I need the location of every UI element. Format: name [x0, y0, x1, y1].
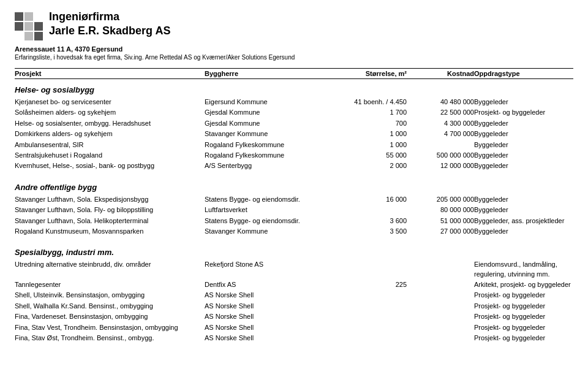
cell-oppdragstype: Eiendomsvurd., landmåling, regulering, u…	[474, 260, 573, 279]
cell-storrelse: 41 boenh. / 4.450	[339, 97, 407, 107]
table-row: Fina, Stav Øst, Trondheim. Bensinst., om…	[15, 333, 573, 343]
cell-byggherre: Statens Bygge- og eiendomsdir.	[205, 216, 339, 226]
cell-kostnad: 80 000 000	[407, 205, 474, 215]
sections-container: Helse- og sosialbyggKjerjaneset bo- og s…	[15, 85, 573, 348]
cell-prosjekt: Ambulansesentral, SIR	[15, 140, 205, 150]
cell-kostnad	[407, 334, 474, 343]
table-row: Kvernhuset, Helse-, sosial-, bank- og po…	[15, 161, 573, 171]
cell-oppdragstype: Byggeleder	[474, 119, 573, 128]
cell-kostnad: 205 000 000	[407, 195, 474, 204]
cell-prosjekt: Stavanger Lufthavn, Sola. Helikopterterm…	[15, 216, 205, 226]
table-row: Domkirkens alders- og sykehjemStavanger …	[15, 129, 573, 139]
header-oppdragstype: Oppdragstype	[474, 70, 573, 77]
cell-storrelse	[339, 205, 407, 215]
cell-byggherre: Rekefjord Stone AS	[205, 260, 339, 279]
cell-kostnad: 51 000 000	[407, 216, 474, 226]
cell-kostnad: 500 000 000	[407, 151, 474, 160]
table-row: Helse- og sosialsenter, ombygg. Heradshu…	[15, 118, 573, 129]
cell-oppdragstype: Byggeleder	[474, 227, 573, 236]
cell-byggherre: Stavanger Kommune	[205, 227, 339, 236]
cell-storrelse: 2 000	[339, 161, 407, 170]
cell-prosjekt: Solåsheimen alders- og sykehjem	[15, 108, 205, 117]
table-header-row: Prosjekt Byggherre Størrelse, m² Kostnad…	[15, 68, 573, 79]
cell-storrelse	[339, 260, 407, 279]
cell-oppdragstype: Prosjekt- og byggeleder	[474, 302, 573, 311]
cell-byggherre: Gjesdal Kommune	[205, 108, 339, 117]
cell-prosjekt: Domkirkens alders- og sykehjem	[15, 129, 205, 139]
cell-prosjekt: Stavanger Lufthavn, Sola. Fly- og bilopp…	[15, 205, 205, 215]
cell-byggherre: AS Norske Shell	[205, 302, 339, 311]
cell-storrelse	[339, 291, 407, 300]
section-title-1: Andre offentlige bygg	[15, 183, 573, 192]
address: Arenessauet 11 A, 4370 Egersund	[15, 45, 573, 53]
cell-storrelse	[339, 334, 407, 343]
cell-prosjekt: Kvernhuset, Helse-, sosial-, bank- og po…	[15, 161, 205, 170]
cell-oppdragstype: Prosjekt- og byggeleder	[474, 312, 573, 321]
logo-block	[24, 22, 33, 31]
header: Ingeniørfirma Jarle E.R. Skadberg AS	[15, 10, 573, 40]
company-name: Ingeniørfirma Jarle E.R. Skadberg AS	[49, 10, 170, 39]
cell-kostnad: 12 000 000	[407, 161, 474, 170]
cell-storrelse: 55 000	[339, 151, 407, 160]
cell-prosjekt: Sentralsjukehuset i Rogaland	[15, 151, 205, 160]
logo-block	[34, 12, 43, 21]
cell-oppdragstype: Prosjekt- og byggeleder	[474, 334, 573, 343]
table-row: Stavanger Lufthavn, Sola. Ekspedisjonsby…	[15, 194, 573, 205]
company-info: Ingeniørfirma Jarle E.R. Skadberg AS	[49, 10, 170, 39]
subtitle: Erfaringsliste, i hovedsak fra eget firm…	[15, 54, 573, 61]
cell-kostnad: 27 000 000	[407, 227, 474, 236]
table-row: Shell, Walhalla Kr.Sand. Bensinst., omby…	[15, 301, 573, 311]
cell-oppdragstype: Byggeleder	[474, 195, 573, 204]
cell-byggherre: AS Norske Shell	[205, 323, 339, 332]
cell-prosjekt: Stavanger Lufthavn, Sola. Ekspedisjonsby…	[15, 195, 205, 204]
cell-kostnad: 22 500 000	[407, 108, 474, 117]
table-row: Sentralsjukehuset i RogalandRogaland Fyl…	[15, 150, 573, 161]
cell-byggherre: Dentfix AS	[205, 280, 339, 289]
cell-prosjekt: Fina, Stav Vest, Trondheim. Bensinstasjo…	[15, 323, 205, 332]
cell-kostnad	[407, 323, 474, 332]
table-row: Utredning alternative steinbrudd, div. o…	[15, 259, 573, 280]
cell-byggherre: AS Norske Shell	[205, 291, 339, 300]
cell-byggherre: AS Norske Shell	[205, 334, 339, 343]
cell-byggherre: A/S Senterbygg	[205, 161, 339, 170]
cell-prosjekt: Utredning alternative steinbrudd, div. o…	[15, 260, 205, 279]
header-storrelse: Størrelse, m²	[339, 70, 407, 77]
cell-storrelse: 1 000	[339, 129, 407, 139]
cell-oppdragstype: Byggeleder	[474, 129, 573, 139]
cell-byggherre: Rogaland Fylkeskommune	[205, 140, 339, 150]
logo-block	[24, 32, 33, 40]
table-row: Stavanger Lufthavn, Sola. Helikopterterm…	[15, 216, 573, 226]
table-row: Rogaland Kunstmuseum, MosvannsparkenStav…	[15, 226, 573, 237]
header-prosjekt: Prosjekt	[15, 70, 205, 77]
cell-byggherre: Luftfartsverket	[205, 205, 339, 215]
cell-prosjekt: Fina, Stav Øst, Trondheim. Bensinst., om…	[15, 334, 205, 343]
table-row: TannlegesenterDentfix AS225Arkitekt, pro…	[15, 280, 573, 290]
cell-storrelse: 1 000	[339, 140, 407, 150]
cell-byggherre: Stavanger Kommune	[205, 129, 339, 139]
cell-oppdragstype: Prosjekt- og byggeleder	[474, 291, 573, 300]
cell-oppdragstype: Prosjekt- og byggeleder	[474, 323, 573, 332]
cell-byggherre: Gjesdal Kommune	[205, 119, 339, 128]
cell-byggherre: Statens Bygge- og eiendomsdir.	[205, 195, 339, 204]
header-kostnad: Kostnad	[407, 70, 474, 77]
table-row: Stavanger Lufthavn, Sola. Fly- og bilopp…	[15, 205, 573, 215]
logo-block	[34, 32, 43, 40]
section-title-2: Spesialbygg, industri mm.	[15, 248, 573, 257]
cell-storrelse: 16 000	[339, 195, 407, 204]
table-row: Fina, Vardeneset. Bensinstasjon, ombyggi…	[15, 311, 573, 322]
logo-block	[15, 32, 23, 40]
cell-prosjekt: Shell, Walhalla Kr.Sand. Bensinst., omby…	[15, 302, 205, 311]
cell-oppdragstype: Prosjekt- og byggeleder	[474, 108, 573, 117]
cell-oppdragstype: Byggeleder	[474, 97, 573, 107]
logo-block	[34, 22, 43, 31]
cell-oppdragstype: Arkitekt, prosjekt- og byggeleder	[474, 280, 573, 289]
section-title-0: Helse- og sosialbygg	[15, 85, 573, 94]
cell-prosjekt: Rogaland Kunstmuseum, Mosvannsparken	[15, 227, 205, 236]
cell-oppdragstype: Byggeleder	[474, 140, 573, 150]
cell-kostnad: 4 700 000	[407, 129, 474, 139]
table-row: Solåsheimen alders- og sykehjemGjesdal K…	[15, 107, 573, 118]
header-byggherre: Byggherre	[205, 70, 339, 77]
cell-oppdragstype: Byggeleder	[474, 151, 573, 160]
cell-kostnad	[407, 280, 474, 289]
cell-storrelse	[339, 312, 407, 321]
